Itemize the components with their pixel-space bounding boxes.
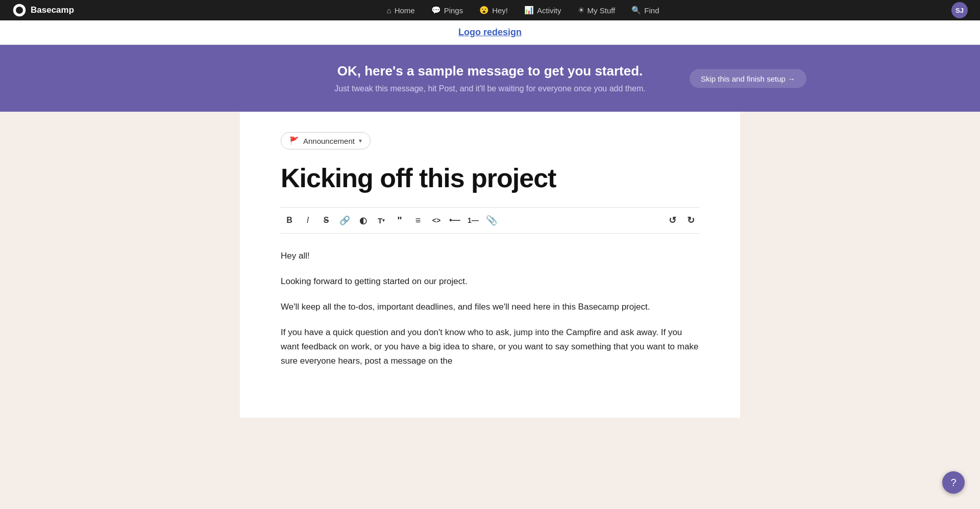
code-button[interactable]: <> — [428, 212, 445, 229]
my-stuff-icon: ☀ — [578, 6, 584, 15]
main-content: 🚩 Announcement ▾ Kicking off this projec… — [240, 112, 740, 418]
link-button[interactable]: 🔗 — [336, 212, 353, 229]
toolbar-right: ↺ ↻ — [664, 212, 699, 229]
pings-icon: 💬 — [431, 6, 441, 15]
hey-icon: 😮 — [479, 6, 489, 15]
text-style-button[interactable]: T▾ — [373, 212, 390, 229]
project-title-link[interactable]: Logo redesign — [458, 27, 522, 38]
announcement-flag-icon: 🚩 — [289, 136, 299, 145]
nav-logo[interactable]: Basecamp — [12, 3, 74, 17]
find-icon: 🔍 — [631, 6, 641, 15]
redo-button[interactable]: ↻ — [682, 212, 699, 229]
nav-item-find[interactable]: 🔍 Find — [623, 0, 667, 20]
home-icon: ⌂ — [387, 6, 391, 15]
italic-button[interactable]: I — [299, 212, 316, 229]
banner-subtitle: Just tweak this message, hit Post, and i… — [0, 84, 980, 93]
strikethrough-button[interactable]: S — [317, 212, 335, 229]
project-header: Logo redesign — [0, 20, 980, 45]
nav-item-pings[interactable]: 💬 Pings — [423, 0, 472, 20]
banner: OK, here's a sample message to get you s… — [0, 45, 980, 112]
content-paragraph-3: We'll keep all the to-dos, important dea… — [281, 300, 699, 314]
nav-bar: Basecamp ⌂ Home 💬 Pings 😮 Hey! 📊 Activit… — [0, 0, 980, 20]
bold-button[interactable]: B — [281, 212, 298, 229]
editor-toolbar: B I S 🔗 ◐ T▾ " ≡ <> •― 1― 📎 ↺ ↻ — [281, 207, 699, 234]
bullet-list-button[interactable]: •― — [446, 212, 463, 229]
attachment-button[interactable]: 📎 — [483, 212, 500, 229]
nav-item-activity[interactable]: 📊 Activity — [516, 0, 570, 20]
nav-right: SJ — [951, 2, 968, 18]
avatar[interactable]: SJ — [951, 2, 968, 18]
post-title[interactable]: Kicking off this project — [281, 164, 699, 193]
chevron-down-icon: ▾ — [359, 137, 362, 144]
undo-button[interactable]: ↺ — [664, 212, 681, 229]
announcement-label: Announcement — [303, 137, 355, 145]
numbered-list-button[interactable]: 1― — [464, 212, 482, 229]
content-paragraph-4: If you have a quick question and you don… — [281, 325, 699, 368]
nav-logo-text: Basecamp — [31, 5, 74, 15]
help-button[interactable]: ? — [942, 471, 965, 494]
content-paragraph-2: Looking forward to getting started on ou… — [281, 274, 699, 289]
nav-item-home[interactable]: ⌂ Home — [379, 0, 423, 20]
highlight-button[interactable]: ◐ — [354, 212, 372, 229]
svg-point-1 — [16, 7, 23, 14]
activity-icon: 📊 — [524, 6, 534, 15]
nav-item-my-stuff[interactable]: ☀ My Stuff — [570, 0, 624, 20]
announcement-dropdown[interactable]: 🚩 Announcement ▾ — [281, 132, 371, 149]
align-button[interactable]: ≡ — [409, 212, 427, 229]
content-paragraph-1: Hey all! — [281, 249, 699, 263]
editor-content[interactable]: Hey all! Looking forward to getting star… — [281, 234, 699, 368]
quote-button[interactable]: " — [391, 212, 408, 229]
skip-setup-button[interactable]: Skip this and finish setup → — [690, 69, 806, 88]
nav-items: ⌂ Home 💬 Pings 😮 Hey! 📊 Activity ☀ My St… — [94, 0, 951, 20]
banner-title: OK, here's a sample message to get you s… — [0, 63, 980, 79]
nav-item-hey[interactable]: 😮 Hey! — [471, 0, 516, 20]
